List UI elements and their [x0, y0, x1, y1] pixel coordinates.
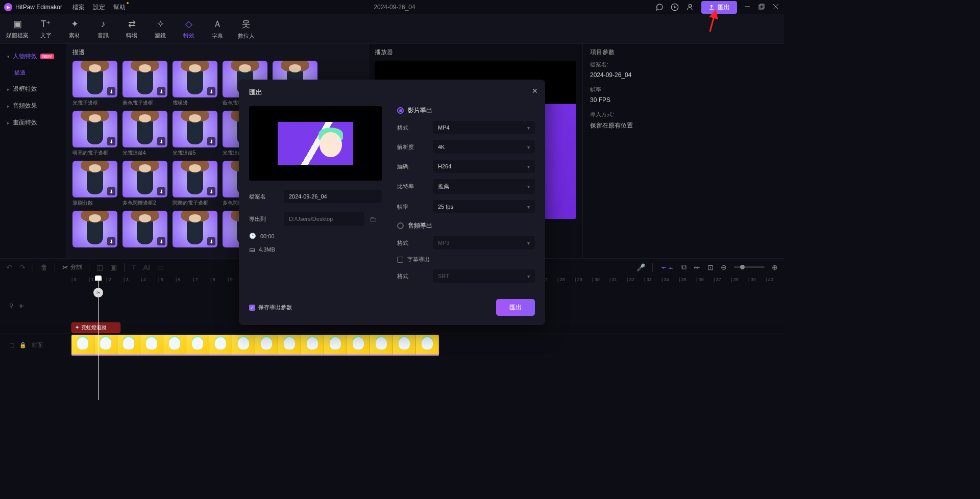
export-size: 4.3MB — [259, 246, 275, 253]
export-duration: 00:00 — [260, 233, 275, 239]
audio-format-select[interactable]: MP3▾ — [433, 236, 535, 250]
export-preview — [249, 106, 382, 181]
run-export-button[interactable]: 匯出 — [496, 299, 535, 316]
export-dialog: 匯出 ✕ 檔案名 導出到 🗀 🕑00:00 🖴4.3MB — [239, 80, 545, 325]
browse-folder-icon[interactable]: 🗀 — [370, 215, 377, 223]
subtitle-format-select[interactable]: SRT▾ — [433, 269, 535, 283]
format-select[interactable]: MP4▾ — [433, 121, 535, 134]
export-dest-input[interactable] — [284, 212, 364, 226]
modal-overlay: 匯出 ✕ 檔案名 導出到 🗀 🕑00:00 🖴4.3MB — [0, 0, 784, 400]
clock-icon: 🕑 — [249, 233, 256, 239]
codec-select[interactable]: H264▾ — [433, 160, 535, 173]
audio-export-radio[interactable] — [397, 222, 404, 229]
disk-icon: 🖴 — [249, 246, 255, 253]
subtitle-export-checkbox[interactable] — [397, 257, 403, 263]
bitrate-select[interactable]: 推薦▾ — [433, 179, 535, 194]
save-params-checkbox[interactable]: ✓保存導出參數 — [249, 304, 292, 311]
video-export-radio[interactable] — [397, 107, 404, 114]
resolution-select[interactable]: 4K▾ — [433, 140, 535, 154]
dialog-close-button[interactable]: ✕ — [532, 87, 538, 95]
dialog-title: 匯出 — [249, 88, 535, 97]
fps-select[interactable]: 25 fps▾ — [433, 200, 535, 213]
export-filename-input[interactable] — [284, 190, 382, 203]
